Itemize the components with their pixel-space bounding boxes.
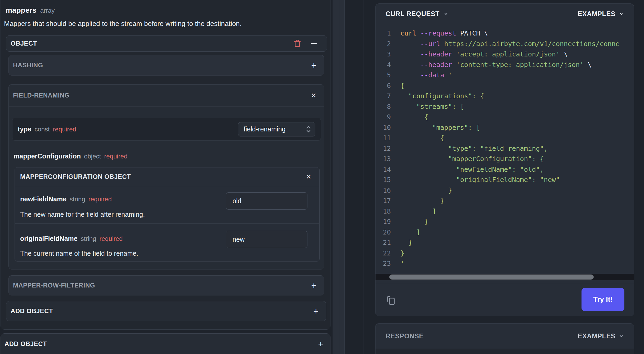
field-heading: mappers array	[6, 6, 55, 15]
chevrons-updown-icon	[306, 125, 311, 133]
code-line: 7 "configurations": {	[381, 91, 634, 101]
plus-icon[interactable]: +	[311, 281, 316, 290]
line-number: 13	[381, 154, 391, 164]
code-line: 18 ]	[381, 206, 634, 217]
code-token: ]	[400, 228, 420, 236]
code-text: }	[400, 216, 428, 227]
original-field-name-kind: string	[81, 235, 96, 242]
code-line: 19 }	[381, 216, 634, 227]
code-text: '	[400, 258, 404, 269]
column-divider	[364, 0, 364, 354]
new-field-name-input[interactable]: old	[226, 192, 307, 210]
plus-icon: +	[318, 339, 323, 348]
code-line: 3 --header 'accept: application/json' \	[381, 49, 634, 60]
field-renaming-title: FIELD-RENAMING	[13, 92, 70, 99]
code-horizontal-scrollbar[interactable]	[375, 274, 634, 280]
type-property-kind: const	[34, 126, 50, 133]
copy-icon	[386, 295, 396, 306]
code-text: "type": "field-renaming",	[400, 143, 548, 154]
code-line: 10 "mappers": [	[381, 122, 634, 133]
code-text: ]	[400, 206, 436, 217]
collapse-object-button[interactable]	[311, 43, 317, 44]
code-text: }	[400, 248, 404, 259]
code-token	[400, 40, 420, 48]
code-text: "mapperConfiguration": {	[400, 154, 544, 164]
code-token: "originalFieldName": "new"	[400, 176, 560, 184]
type-select-value: field-renaming	[244, 125, 285, 133]
scrollbar-thumb[interactable]	[389, 275, 594, 280]
line-number: 5	[381, 70, 391, 81]
code-token: --request	[420, 29, 460, 37]
code-token: }	[400, 197, 444, 205]
mapper-configuration-required-badge: required	[104, 153, 127, 160]
code-token: '	[400, 260, 404, 267]
object-card-title: OBJECT	[11, 40, 37, 47]
try-it-button[interactable]: Try It!	[582, 288, 624, 311]
type-required-badge: required	[53, 126, 76, 133]
new-field-name-required-badge: required	[88, 196, 112, 203]
chevron-down-icon	[619, 333, 624, 339]
code-text: }	[400, 196, 444, 206]
line-number: 17	[381, 196, 391, 206]
line-number: 19	[381, 216, 391, 227]
original-field-name-description: The current name of the field to rename.	[20, 250, 138, 257]
code-token: 'accept: application/json'	[456, 50, 560, 58]
code-line: 1curl --request PATCH \	[381, 28, 634, 39]
code-line: 12 "type": "field-renaming",	[381, 143, 634, 154]
code-text: ]	[400, 227, 420, 238]
field-renaming-header: FIELD-RENAMING ✕	[9, 85, 324, 107]
original-field-name-label: originalFieldName	[20, 235, 78, 242]
type-select[interactable]: field-renaming	[238, 122, 315, 136]
response-examples-dropdown[interactable]: EXAMPLES	[578, 332, 624, 340]
code-text: {	[400, 133, 444, 143]
add-object-label: ADD OBJECT	[11, 307, 53, 315]
add-object-button[interactable]: ADD OBJECT +	[6, 301, 326, 321]
mappers-schema-section: mappers array Mappers that should be app…	[1, 0, 330, 330]
copy-code-button[interactable]	[386, 295, 396, 306]
line-number: 8	[381, 101, 391, 112]
code-token: "configurations": {	[400, 92, 484, 100]
code-token: --header	[420, 61, 456, 69]
original-field-name-required-badge: required	[99, 235, 123, 242]
trash-icon	[293, 39, 301, 48]
chevron-down-icon	[443, 11, 449, 16]
request-examples-dropdown[interactable]: EXAMPLES	[578, 10, 624, 18]
code-token: "newFieldName": "old",	[400, 166, 544, 173]
code-text: "newFieldName": "old",	[400, 164, 544, 175]
code-token	[400, 71, 420, 79]
line-number: 16	[381, 185, 391, 196]
code-text: curl --request PATCH \	[400, 28, 488, 39]
original-field-name-row: originalFieldName string required The cu…	[15, 224, 319, 262]
code-line: 16 }	[381, 185, 634, 196]
code-token: }	[400, 218, 428, 225]
curl-code-block[interactable]: 1curl --request PATCH \2 --url https://a…	[375, 24, 634, 271]
curl-request-dropdown[interactable]: CURL REQUEST	[386, 10, 449, 18]
add-object-outer-button[interactable]: ADD OBJECT +	[1, 333, 330, 354]
code-line: 17 }	[381, 196, 634, 206]
code-line: 22}	[381, 248, 634, 259]
delete-object-button[interactable]	[293, 39, 301, 48]
curl-request-header: CURL REQUEST EXAMPLES	[375, 4, 634, 24]
mapper-row-filtering-section[interactable]: MAPPER-ROW-FILTERING +	[8, 275, 324, 295]
original-field-name-input[interactable]: new	[226, 231, 307, 248]
line-number: 18	[381, 206, 391, 217]
hashing-section[interactable]: HASHING +	[8, 55, 324, 76]
left-column-scrollbar[interactable]	[333, 0, 345, 354]
line-number: 23	[381, 258, 391, 269]
code-line: 4 --header 'content-type: application/js…	[381, 60, 634, 70]
code-line: 8 "streams": [	[381, 101, 634, 112]
code-text: }	[400, 185, 452, 196]
line-number: 14	[381, 164, 391, 175]
line-number: 12	[381, 143, 391, 154]
code-lines: 1curl --request PATCH \2 --url https://a…	[381, 28, 634, 269]
field-name: mappers	[6, 6, 37, 15]
code-text: "mappers": [	[400, 122, 480, 133]
mapper-configuration-card: MAPPERCONFIGURATION OBJECT ✕ newFieldNam…	[15, 167, 320, 262]
field-description: Mappers that should be applied to the st…	[4, 20, 242, 28]
type-property-row: type const required field-renaming	[12, 118, 321, 141]
code-line: 5 --data '	[381, 70, 634, 81]
close-icon[interactable]: ✕	[306, 174, 311, 180]
plus-icon[interactable]: +	[311, 61, 316, 70]
line-number: 10	[381, 122, 391, 133]
close-icon[interactable]: ✕	[311, 92, 316, 99]
